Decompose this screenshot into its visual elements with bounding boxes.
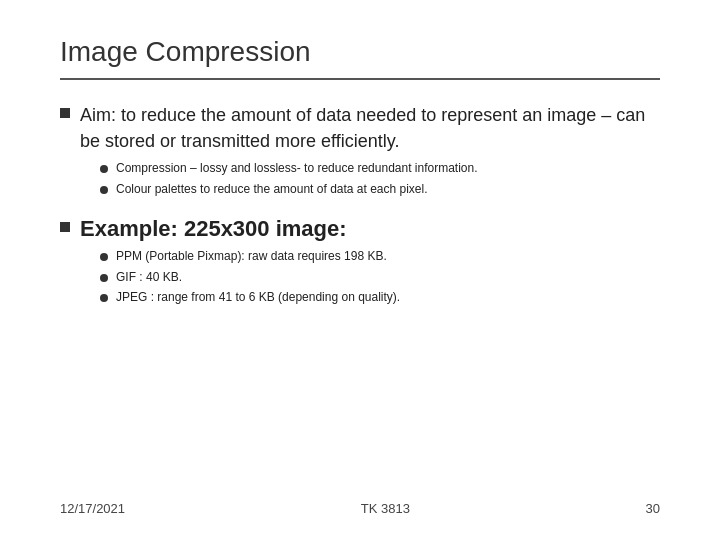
slide-title: Image Compression: [60, 36, 660, 68]
sub-bullet-1-1: Compression – lossy and lossless- to red…: [100, 160, 660, 177]
sub-bullet-circle-2-3: [100, 294, 108, 302]
footer-date: 12/17/2021: [60, 501, 125, 516]
sub-bullet-2-1-text: PPM (Portable Pixmap): raw data requires…: [116, 248, 387, 265]
sub-bullet-2-1: PPM (Portable Pixmap): raw data requires…: [100, 248, 400, 265]
bullet-1-text: Aim: to reduce the amount of data needed…: [80, 102, 660, 154]
sub-bullet-2-3-text: JPEG : range from 41 to 6 KB (depending …: [116, 289, 400, 306]
sub-bullet-1-2: Colour palettes to reduce the amount of …: [100, 181, 660, 198]
content-area: Aim: to reduce the amount of data needed…: [60, 102, 660, 491]
footer-course: TK 3813: [361, 501, 410, 516]
sub-bullet-circle-1-2: [100, 186, 108, 194]
sub-bullet-circle-2-1: [100, 253, 108, 261]
sub-bullet-circle-1-1: [100, 165, 108, 173]
bullet-item-1: Aim: to reduce the amount of data needed…: [60, 102, 660, 198]
sub-bullet-circle-2-2: [100, 274, 108, 282]
bullet-square-2: [60, 222, 70, 232]
footer: 12/17/2021 TK 3813 30: [60, 491, 660, 516]
bullet-1-content: Aim: to reduce the amount of data needed…: [80, 102, 660, 198]
divider: [60, 78, 660, 80]
bullet-2-content: Example: 225x300 image: PPM (Portable Pi…: [80, 216, 400, 306]
footer-page: 30: [646, 501, 660, 516]
sub-bullet-2-3: JPEG : range from 41 to 6 KB (depending …: [100, 289, 400, 306]
bullet-2-sub-bullets: PPM (Portable Pixmap): raw data requires…: [100, 248, 400, 306]
sub-bullet-2-2: GIF : 40 KB.: [100, 269, 400, 286]
sub-bullet-1-2-text: Colour palettes to reduce the amount of …: [116, 181, 428, 198]
bullet-square-1: [60, 108, 70, 118]
bullet-item-2: Example: 225x300 image: PPM (Portable Pi…: [60, 216, 660, 306]
slide: Image Compression Aim: to reduce the amo…: [0, 0, 720, 540]
bullet-2-heading: Example: 225x300 image:: [80, 216, 400, 242]
bullet-1-sub-bullets: Compression – lossy and lossless- to red…: [100, 160, 660, 198]
sub-bullet-2-2-text: GIF : 40 KB.: [116, 269, 182, 286]
sub-bullet-1-1-text: Compression – lossy and lossless- to red…: [116, 160, 478, 177]
